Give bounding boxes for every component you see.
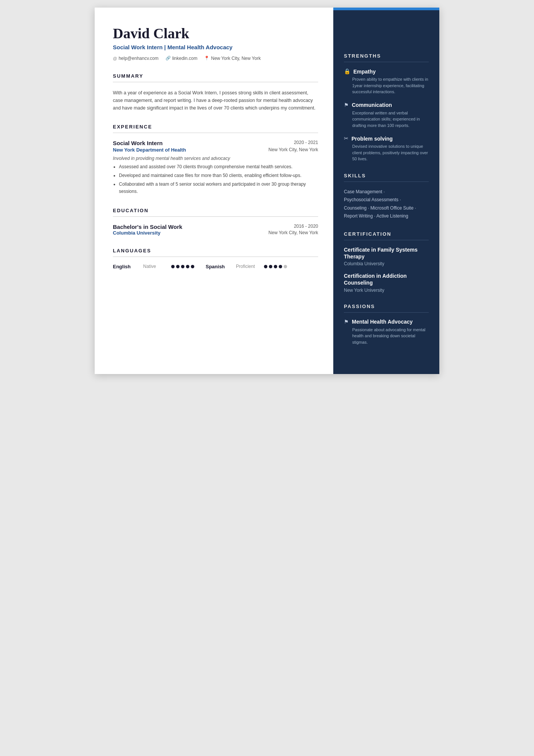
- dot: [191, 265, 194, 268]
- lang-name-spanish: Spanish: [206, 264, 236, 269]
- cert-name-2: Certification in Addiction Counseling: [344, 272, 429, 286]
- location-contact: 📍 New York City, New York: [204, 56, 261, 61]
- dot: [186, 265, 189, 268]
- communication-icon: ⚑: [344, 102, 349, 108]
- lang-level-spanish: Proficient: [236, 264, 262, 269]
- email-value: help@enhancv.com: [119, 56, 158, 61]
- certification-title: CERTIFICATION: [344, 231, 429, 237]
- passion-title-text: Mental Health Advocacy: [352, 319, 413, 325]
- right-column: STRENGTHS 🔒 Empathy Proven ability to em…: [333, 8, 439, 374]
- cert-item-2: Certification in Addiction Counseling Ne…: [344, 272, 429, 293]
- dot: [181, 265, 184, 268]
- edu-dates: 2016 - 2020: [294, 224, 318, 229]
- problem-icon: ✂: [344, 135, 348, 142]
- strength-empathy: 🔒 Empathy Proven ability to empathize wi…: [344, 68, 429, 95]
- experience-divider: [113, 133, 318, 133]
- email-icon: @: [113, 56, 117, 61]
- languages-divider: [113, 257, 318, 257]
- lang-dots-english: [171, 265, 194, 268]
- accent-bar: [333, 8, 439, 10]
- passion-title-row: ⚑ Mental Health Advocacy: [344, 319, 429, 325]
- job-dates: 2020 - 2021: [294, 140, 318, 145]
- education-title: EDUCATION: [113, 208, 318, 213]
- experience-title: EXPERIENCE: [113, 124, 318, 130]
- strengths-divider: [344, 62, 429, 62]
- strengths-title: STRENGTHS: [344, 53, 429, 59]
- strength-communication: ⚑ Communication Exceptional written and …: [344, 102, 429, 129]
- location-icon: 📍: [204, 56, 209, 61]
- strength-communication-title: Communication: [352, 102, 392, 108]
- dot: [269, 265, 272, 268]
- languages-row: English Native Spanish Profici: [113, 264, 318, 269]
- summary-divider: [113, 82, 318, 82]
- cert-name-1: Certificate in Family Systems Therapy: [344, 246, 429, 260]
- bullet-2: Developed and maintained case files for …: [119, 172, 318, 179]
- bullet-3: Collaborated with a team of 5 senior soc…: [119, 181, 318, 195]
- dot: [284, 265, 287, 268]
- dot: [171, 265, 175, 268]
- passions-section: PASSIONS ⚑ Mental Health Advocacy Passio…: [344, 304, 429, 346]
- job-bullets: Assessed and assisted over 70 clients th…: [113, 163, 318, 196]
- location-value: New York City, New York: [211, 56, 261, 61]
- passion-desc: Passionate about advocating for mental h…: [344, 327, 429, 346]
- strength-empathy-row: 🔒 Empathy: [344, 68, 429, 75]
- dot: [264, 265, 267, 268]
- dot: [274, 265, 277, 268]
- candidate-title: Social Work Intern | Mental Health Advoc…: [113, 44, 318, 50]
- dot: [279, 265, 282, 268]
- contact-row: @ help@enhancv.com 🔗 linkedin.com 📍 New …: [113, 56, 318, 61]
- languages-title: LANGUAGES: [113, 248, 318, 254]
- skills-section: SKILLS Case Management · Psychosocial As…: [344, 173, 429, 221]
- strength-problem-solving: ✂ Problem solving Devised innovative sol…: [344, 135, 429, 162]
- edu-sub: Columbia University New York City, New Y…: [113, 230, 318, 236]
- edu-school: Columbia University: [113, 230, 161, 236]
- summary-title: SUMMARY: [113, 73, 318, 79]
- email-contact: @ help@enhancv.com: [113, 56, 159, 61]
- skill-line-3: Counseling · Microsoft Office Suite ·: [344, 204, 429, 213]
- strength-communication-row: ⚑ Communication: [344, 102, 429, 108]
- linkedin-value: linkedin.com: [172, 56, 198, 61]
- lang-dots-spanish: [264, 265, 287, 268]
- skill-line-2: Psychosocial Assessments ·: [344, 196, 429, 204]
- link-icon: 🔗: [166, 56, 171, 61]
- languages-section: LANGUAGES English Native: [113, 248, 318, 269]
- strength-problem-desc: Devised innovative solutions to unique c…: [344, 143, 429, 162]
- lang-name-english: English: [113, 264, 143, 269]
- summary-text: With a year of experience as a Social Wo…: [113, 89, 318, 112]
- language-english: English Native: [113, 264, 194, 269]
- skills-text: Case Management · Psychosocial Assessmen…: [344, 188, 429, 221]
- bullet-1: Assessed and assisted over 70 clients th…: [119, 163, 318, 171]
- strength-problem-row: ✂ Problem solving: [344, 135, 429, 142]
- skill-line-4: Report Writing · Active Listening: [344, 212, 429, 221]
- certification-divider: [344, 240, 429, 240]
- strength-empathy-title: Empathy: [353, 69, 376, 75]
- job-header: Social Work Intern 2020 - 2021: [113, 140, 318, 146]
- empathy-icon: 🔒: [344, 68, 350, 75]
- edu-location: New York City, New York: [269, 230, 318, 236]
- dot: [176, 265, 180, 268]
- cert-school-1: Columbia University: [344, 261, 429, 266]
- cert-item-1: Certificate in Family Systems Therapy Co…: [344, 246, 429, 266]
- skill-line-1: Case Management ·: [344, 188, 429, 196]
- edu-item: Bachelor's in Social Work 2016 - 2020 Co…: [113, 224, 318, 236]
- cert-school-2: New York University: [344, 288, 429, 293]
- strength-empathy-desc: Proven ability to empathize with clients…: [344, 76, 429, 95]
- education-divider: [113, 216, 318, 217]
- strengths-section: STRENGTHS 🔒 Empathy Proven ability to em…: [344, 53, 429, 162]
- job-location: New York City, New York: [269, 147, 318, 153]
- passion-icon: ⚑: [344, 319, 349, 325]
- education-section: EDUCATION Bachelor's in Social Work 2016…: [113, 208, 318, 236]
- experience-section: EXPERIENCE Social Work Intern 2020 - 202…: [113, 124, 318, 196]
- job-company: New York Department of Health: [113, 147, 186, 153]
- linkedin-contact: 🔗 linkedin.com: [166, 56, 198, 61]
- certification-section: CERTIFICATION Certificate in Family Syst…: [344, 231, 429, 293]
- job-subtitle: New York Department of Health New York C…: [113, 147, 318, 153]
- language-spanish: Spanish Proficient: [206, 264, 287, 269]
- job-title: Social Work Intern: [113, 140, 162, 146]
- summary-section: SUMMARY With a year of experience as a S…: [113, 73, 318, 112]
- lang-level-english: Native: [143, 264, 170, 269]
- passions-title: PASSIONS: [344, 304, 429, 309]
- skills-title: SKILLS: [344, 173, 429, 178]
- edu-degree: Bachelor's in Social Work: [113, 224, 182, 230]
- job-item: Social Work Intern 2020 - 2021 New York …: [113, 140, 318, 196]
